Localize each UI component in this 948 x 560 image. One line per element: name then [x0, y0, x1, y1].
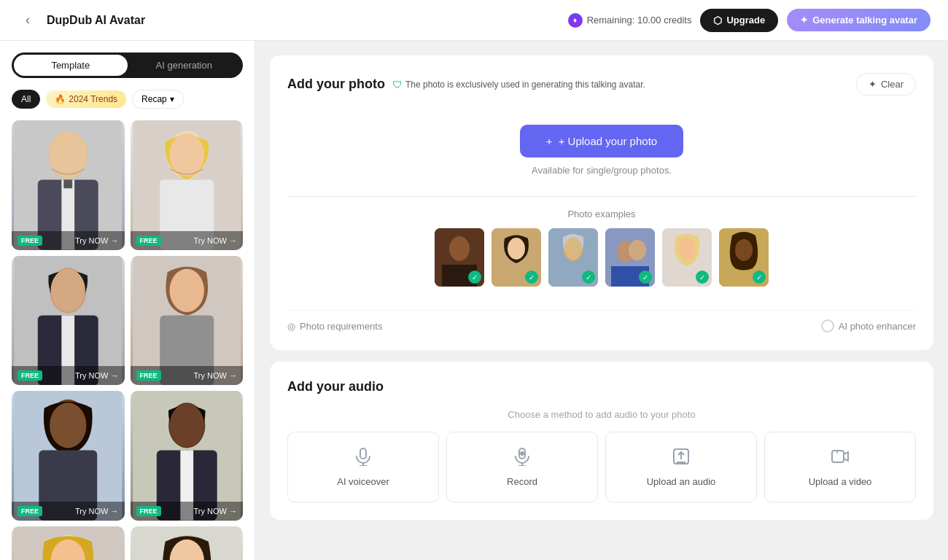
avatar-card[interactable]: FREE Try NOW →: [12, 256, 125, 386]
audio-method-record[interactable]: Record: [446, 432, 598, 502]
app-title: DupDub AI Avatar: [47, 14, 145, 27]
photo-examples: ✓ ✓: [435, 228, 769, 287]
try-now-text: Try NOW →: [75, 371, 118, 380]
back-button[interactable]: ‹: [18, 10, 38, 31]
avatar-card[interactable]: FREE Try NOW →: [131, 120, 244, 250]
svg-rect-4: [63, 179, 72, 188]
free-badge: FREE: [18, 370, 42, 381]
privacy-note: The photo is exclusively used in generat…: [405, 79, 645, 90]
tab-switcher: Template AI generation: [12, 52, 243, 78]
check-icon: ✓: [468, 271, 481, 284]
audio-method-upload-audio[interactable]: Upload an audio: [605, 432, 757, 502]
check-icon: ✓: [582, 271, 595, 284]
photo-example[interactable]: ✓: [492, 228, 541, 287]
photo-example[interactable]: ✓: [662, 228, 712, 287]
svg-point-57: [629, 240, 646, 260]
trend-label: 2024 Trends: [69, 94, 117, 104]
section-header: Add your photo 🛡 The photo is exclusivel…: [287, 73, 916, 96]
record-icon: [513, 447, 532, 470]
tab-ai-generation[interactable]: AI generation: [128, 55, 241, 76]
filter-recap[interactable]: Recap ▾: [132, 90, 184, 109]
svg-point-17: [169, 268, 203, 311]
svg-point-51: [508, 238, 525, 260]
audio-method-upload-video[interactable]: Upload a video: [764, 432, 916, 502]
avatar-overlay: FREE Try NOW →: [131, 231, 244, 250]
sidebar: Template AI generation All 🔥 2024 Trends…: [0, 41, 255, 560]
upgrade-label: Upgrade: [726, 15, 765, 26]
credits-icon: ♦: [568, 13, 583, 28]
check-icon: ✓: [753, 271, 766, 284]
avatar-card[interactable]: FREE Try NOW →: [131, 391, 244, 521]
ai-enhancer: AI photo enhancer: [821, 319, 916, 332]
avatar-card[interactable]: FREE Try NOW →: [12, 120, 125, 250]
upload-photo-button[interactable]: + + Upload your photo: [520, 125, 683, 158]
photo-example[interactable]: ✓: [719, 228, 769, 287]
tab-template[interactable]: Template: [14, 55, 128, 76]
try-now-text: Try NOW →: [194, 236, 237, 245]
voiceover-icon: [354, 447, 373, 470]
avatar-grid: FREE Try NOW → FREE Try NOW →: [12, 120, 243, 560]
free-badge: FREE: [136, 506, 161, 516]
svg-point-54: [564, 238, 582, 260]
free-badge: FREE: [18, 236, 42, 246]
photo-section-title: Add your photo: [287, 77, 385, 92]
svg-point-8: [169, 133, 203, 176]
avatar-overlay: FREE Try NOW →: [131, 502, 244, 521]
header: ‹ DupDub AI Avatar ♦ Remaining: 10.00 cr…: [0, 0, 948, 41]
photo-requirements-button[interactable]: ◎ Photo requirements: [287, 321, 382, 332]
check-icon: ✓: [525, 271, 538, 284]
privacy-badge: 🛡 The photo is exclusively used in gener…: [392, 79, 645, 90]
svg-point-5: [49, 131, 88, 179]
main-content: Add your photo 🛡 The photo is exclusivel…: [255, 41, 948, 560]
svg-rect-75: [832, 451, 844, 462]
generate-button[interactable]: ✦ Generate talking avatar: [787, 9, 930, 31]
photo-examples-label: Photo examples: [567, 209, 635, 219]
svg-point-12: [51, 268, 85, 311]
photo-example[interactable]: ✓: [605, 228, 655, 287]
audio-method-voiceover[interactable]: AI voiceover: [287, 432, 439, 502]
svg-point-25: [169, 404, 203, 447]
audio-section-title: Add your audio: [287, 379, 916, 394]
req-icon: ◎: [287, 321, 295, 332]
try-now-text: Try NOW →: [75, 236, 118, 245]
avatar-overlay: FREE Try NOW →: [131, 366, 244, 385]
generate-label: Generate talking avatar: [812, 15, 917, 26]
avatar-card[interactable]: FREE Try NOW →: [131, 526, 244, 560]
avatar-card[interactable]: FREE Try NOW →: [131, 256, 244, 386]
try-now-text: Try NOW →: [194, 507, 237, 516]
avatar-card[interactable]: FREE Try NOW →: [12, 526, 125, 560]
svg-rect-65: [360, 448, 366, 459]
section-title-row: Add your photo 🛡 The photo is exclusivel…: [287, 77, 645, 92]
upload-area: + + Upload your photo Available for sing…: [287, 110, 916, 301]
audio-methods-hint: Choose a method to add audio to your pho…: [287, 409, 916, 420]
filter-trends[interactable]: 🔥 2024 Trends: [46, 90, 126, 108]
upgrade-button[interactable]: ⬡ Upgrade: [700, 9, 778, 32]
wand-icon: ✦: [869, 79, 877, 90]
upload-label: + Upload your photo: [559, 135, 658, 147]
avatar-overlay: FREE Try NOW →: [12, 366, 125, 385]
avatar-overlay: FREE Try NOW →: [12, 502, 125, 521]
free-badge: FREE: [136, 236, 161, 246]
audio-section: Add your audio Choose a method to add au…: [270, 362, 933, 520]
upload-hint: Available for single/group photos.: [532, 165, 672, 176]
header-left: ‹ DupDub AI Avatar: [18, 10, 145, 31]
photo-example[interactable]: ✓: [548, 228, 598, 287]
generate-icon: ✦: [800, 15, 808, 26]
bottom-row: ◎ Photo requirements AI photo enhancer: [287, 310, 916, 332]
photo-example[interactable]: ✓: [435, 228, 484, 287]
check-icon: ✓: [696, 271, 709, 284]
svg-point-47: [449, 236, 470, 261]
main-layout: Template AI generation All 🔥 2024 Trends…: [0, 41, 948, 560]
voiceover-label: AI voiceover: [337, 476, 389, 487]
free-badge: FREE: [136, 370, 161, 381]
filter-all[interactable]: All: [12, 90, 40, 109]
svg-point-64: [735, 239, 753, 261]
avatar-card[interactable]: FREE Try NOW →: [12, 391, 125, 521]
ai-enhancer-toggle[interactable]: [821, 319, 834, 332]
recap-label: Recap: [141, 94, 167, 104]
avatar-overlay: FREE Try NOW →: [12, 231, 125, 250]
svg-point-21: [50, 403, 86, 448]
header-right: ♦ Remaining: 10.00 credits ⬡ Upgrade ✦ G…: [568, 9, 930, 32]
clear-button[interactable]: ✦ Clear: [856, 73, 916, 96]
upload-video-icon: [831, 447, 850, 470]
